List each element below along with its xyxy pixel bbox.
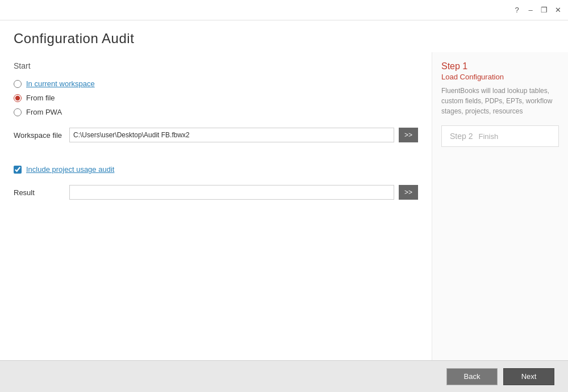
radio-item-workspace[interactable]: In current workspace: [14, 79, 418, 88]
radio-item-pwa[interactable]: From PWA: [14, 108, 418, 116]
window-title: Configuration Audit: [14, 31, 554, 47]
title-bar-controls: ? – ❐ ✕: [512, 6, 562, 15]
radio-file-label: From file: [26, 94, 55, 102]
section-title: Start: [14, 61, 418, 70]
footer: Back Next: [0, 360, 568, 392]
step2-number: Step 2: [450, 132, 473, 141]
workspace-file-label: Workspace file: [14, 131, 65, 140]
step2-inactive: Step 2 Finish: [441, 125, 559, 147]
include-audit-label: Include project usage audit: [26, 165, 114, 174]
radio-item-file[interactable]: From file: [14, 94, 418, 102]
result-browse-button[interactable]: >>: [399, 185, 418, 200]
left-panel: Start In current workspace From file Fro…: [0, 52, 432, 360]
result-row: Result >>: [14, 185, 418, 200]
radio-workspace[interactable]: [14, 80, 22, 88]
workspace-file-input[interactable]: [69, 128, 394, 142]
include-audit-checkbox[interactable]: [14, 166, 22, 174]
step1-number: Step 1: [441, 61, 559, 71]
workspace-browse-button[interactable]: >>: [399, 128, 418, 142]
result-label: Result: [14, 188, 65, 197]
window-header: Configuration Audit: [0, 20, 568, 52]
radio-pwa-label: From PWA: [26, 108, 62, 116]
result-input[interactable]: [69, 185, 394, 200]
title-bar: ? – ❐ ✕: [0, 0, 568, 20]
step2-content: Step 2 Finish: [450, 132, 550, 141]
content-area: Start In current workspace From file Fro…: [0, 52, 568, 360]
next-button[interactable]: Next: [503, 368, 554, 385]
close-button[interactable]: ✕: [553, 6, 562, 15]
step1-description: FluentBooks will load lookup tables, cus…: [441, 86, 559, 116]
radio-pwa[interactable]: [14, 108, 22, 116]
checkbox-row: Include project usage audit: [14, 165, 418, 174]
restore-button[interactable]: ❐: [540, 6, 549, 15]
help-button[interactable]: ?: [512, 6, 521, 15]
radio-group: In current workspace From file From PWA: [14, 79, 418, 116]
minimize-button[interactable]: –: [526, 6, 535, 15]
radio-workspace-label: In current workspace: [26, 79, 95, 88]
workspace-file-row: Workspace file >>: [14, 128, 418, 142]
step1-subtitle: Load Configuration: [441, 73, 559, 81]
right-panel: Step 1 Load Configuration FluentBooks wi…: [432, 52, 568, 360]
step2-label: Finish: [478, 132, 498, 141]
back-button[interactable]: Back: [446, 368, 498, 385]
radio-file[interactable]: [14, 94, 22, 102]
main-window: Configuration Audit Start In current wor…: [0, 20, 568, 360]
step1-active: Step 1 Load Configuration FluentBooks wi…: [441, 61, 559, 116]
